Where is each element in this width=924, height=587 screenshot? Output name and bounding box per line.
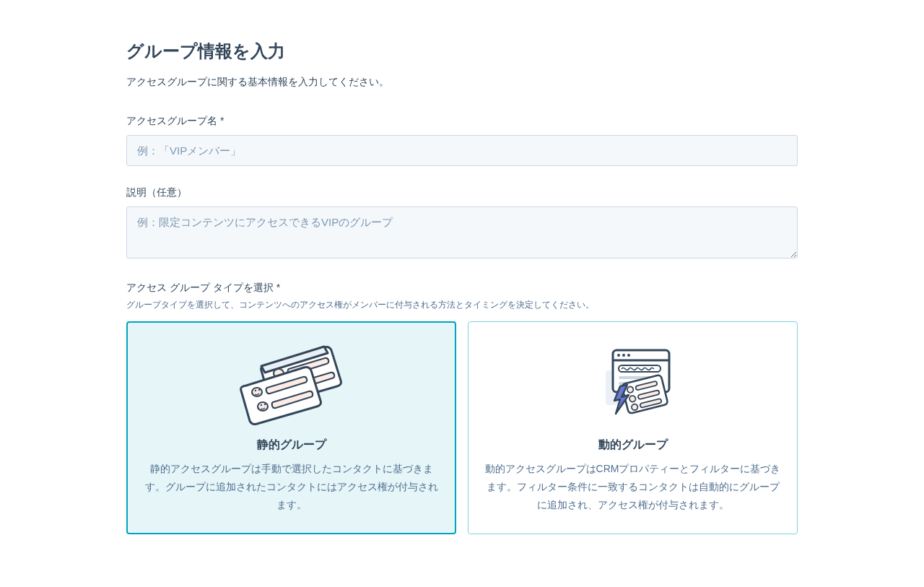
field-group-description: 説明（任意） bbox=[126, 186, 798, 261]
description-label: 説明（任意） bbox=[126, 186, 798, 199]
page-title: グループ情報を入力 bbox=[126, 40, 798, 63]
field-group-name: アクセスグループ名 * bbox=[126, 115, 798, 166]
svg-point-11 bbox=[617, 354, 620, 357]
svg-point-4 bbox=[254, 390, 256, 391]
name-label: アクセスグループ名 * bbox=[126, 115, 798, 128]
static-list-icon bbox=[141, 336, 441, 430]
dynamic-card-description: 動的アクセスグループはCRMプロパティーとフィルターに基づきます。フィルター条件… bbox=[483, 460, 783, 515]
svg-point-5 bbox=[258, 389, 259, 391]
type-section-help: グループタイプを選択して、コンテンツへのアクセス権がメンバーに付与される方法とタ… bbox=[126, 299, 798, 311]
type-card-dynamic[interactable]: 動的グループ 動的アクセスグループはCRMプロパティーとフィルターに基づきます。… bbox=[468, 321, 798, 534]
svg-point-7 bbox=[263, 404, 265, 405]
dynamic-list-icon bbox=[483, 336, 783, 430]
svg-point-13 bbox=[627, 354, 630, 357]
static-card-title: 静的グループ bbox=[141, 438, 441, 453]
svg-point-22 bbox=[631, 404, 638, 411]
type-section-label: アクセス グループ タイプを選択 * bbox=[126, 282, 798, 295]
svg-point-12 bbox=[622, 354, 625, 357]
group-description-textarea[interactable] bbox=[126, 206, 798, 258]
static-card-description: 静的アクセスグループは手動で選択したコンタクトに基づきます。グループに追加された… bbox=[141, 460, 441, 515]
group-name-input[interactable] bbox=[126, 135, 798, 166]
type-section: アクセス グループ タイプを選択 * グループタイプを選択して、コンテンツへのア… bbox=[126, 282, 798, 534]
dynamic-card-title: 動的グループ bbox=[483, 438, 783, 453]
type-card-static[interactable]: 静的グループ 静的アクセスグループは手動で選択したコンタクトに基づきます。グルー… bbox=[126, 321, 456, 534]
svg-point-18 bbox=[627, 386, 634, 393]
svg-point-6 bbox=[260, 404, 261, 406]
page-subtitle: アクセスグループに関する基本情報を入力してください。 bbox=[126, 76, 798, 89]
type-card-row: 静的グループ 静的アクセスグループは手動で選択したコンタクトに基づきます。グルー… bbox=[126, 321, 798, 534]
svg-point-20 bbox=[629, 395, 636, 402]
